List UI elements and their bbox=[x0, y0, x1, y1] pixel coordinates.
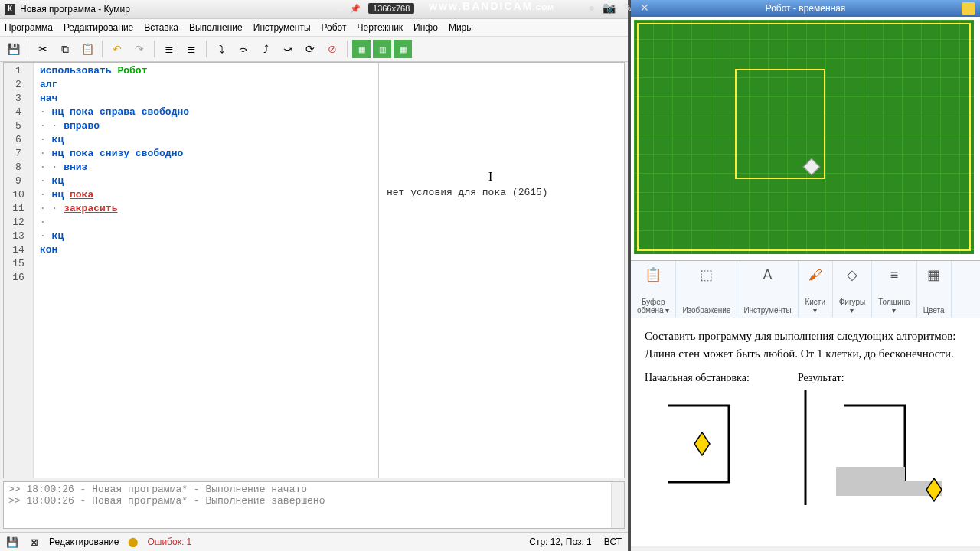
menu-Редактирование[interactable]: Редактирование bbox=[64, 22, 133, 33]
console-pane: >> 18:00:26 - Новая программа* - Выполне… bbox=[3, 481, 625, 529]
output-pane: нет условия для пока (2615) bbox=[379, 63, 624, 478]
rec-icon[interactable]: ● bbox=[589, 2, 595, 14]
code-editor[interactable]: использовать Роботалгнач· нц пока справа… bbox=[34, 63, 379, 478]
bandicam-overlay: ≡ 📌 1366x768 bbox=[337, 0, 414, 17]
window-title: Новая программа - Кумир bbox=[20, 4, 130, 15]
redo-icon[interactable]: ↷ bbox=[129, 39, 149, 59]
paste-icon[interactable]: 📋 bbox=[77, 39, 97, 59]
cut-icon[interactable]: ✂ bbox=[33, 39, 53, 59]
svg-marker-0 bbox=[694, 432, 710, 455]
paint-ribbon: 📋Буфер обмена ▾⬚ИзображениеAИнструменты🖌… bbox=[631, 261, 980, 318]
save-status-icon[interactable]: 💾 bbox=[6, 536, 18, 548]
task-text-2: Длина стен может быть любой. От 1 клетки… bbox=[645, 345, 966, 363]
robot-field[interactable] bbox=[634, 20, 974, 254]
step-up-icon[interactable]: ⤴ bbox=[256, 39, 276, 59]
svg-rect-2 bbox=[836, 467, 905, 496]
console-line: >> 18:00:26 - Новая программа* - Выполне… bbox=[8, 495, 619, 507]
menu-Выполнение[interactable]: Выполнение bbox=[189, 22, 243, 33]
app-logo-icon: К bbox=[5, 4, 15, 15]
ribbon-Буфер[interactable]: 📋Буфер обмена ▾ bbox=[631, 261, 676, 318]
horizontal-scrollbar[interactable] bbox=[631, 546, 980, 551]
ribbon-Изображение[interactable]: ⬚Изображение bbox=[676, 261, 737, 318]
ribbon-Цвета[interactable]: ▦Цвета bbox=[917, 261, 952, 318]
menu-Вставка[interactable]: Вставка bbox=[144, 22, 178, 33]
ribbon-Фигуры[interactable]: ◇Фигуры ▾ bbox=[833, 261, 872, 318]
outer-wall bbox=[637, 23, 971, 251]
run-icon[interactable]: ⟳ bbox=[300, 39, 320, 59]
ribbon-Кисти[interactable]: 🖌Кисти ▾ bbox=[799, 261, 833, 318]
console-line: >> 18:00:26 - Новая программа* - Выполне… bbox=[8, 484, 619, 495]
task-text-1: Составить программу для выполнения следу… bbox=[645, 328, 966, 345]
menu-Программа[interactable]: Программа bbox=[5, 22, 53, 33]
status-errors: Ошибок: 1 bbox=[147, 536, 191, 547]
close-status-icon[interactable]: ⊠ bbox=[28, 536, 40, 548]
kumir-window: К Новая программа - Кумир ПрограммаРедак… bbox=[0, 0, 629, 551]
menu-Чертежник[interactable]: Чертежник bbox=[358, 22, 403, 33]
text-cursor-icon: I bbox=[488, 170, 492, 184]
grid1-icon[interactable]: ▦ bbox=[352, 40, 371, 58]
camera-icon[interactable]: 📷 bbox=[603, 2, 616, 14]
robot-window: Робот - временная bbox=[631, 0, 980, 260]
indent-icon[interactable]: ≣ bbox=[181, 39, 201, 59]
step-out-icon[interactable]: ⤻ bbox=[278, 39, 298, 59]
error-message: нет условия для пока (2615) bbox=[387, 187, 616, 198]
grid3-icon[interactable]: ▦ bbox=[394, 40, 412, 58]
editor-area: 12345678910111213141516 использовать Роб… bbox=[3, 62, 625, 478]
status-insert: ВСТ bbox=[604, 536, 622, 547]
figure-initial: Начальная обстановка: bbox=[645, 370, 767, 500]
save-icon[interactable]: 💾 bbox=[3, 39, 23, 59]
bandicam-controls: ● 📷 ✎ ✕ bbox=[589, 2, 649, 14]
status-mode: Редактирование bbox=[49, 536, 119, 547]
menu-Миры[interactable]: Миры bbox=[449, 22, 473, 33]
menu-Робот[interactable]: Робот bbox=[322, 22, 347, 33]
scrollbar[interactable] bbox=[611, 482, 624, 528]
step-in-icon[interactable]: ⤵ bbox=[211, 39, 231, 59]
stop-icon[interactable]: ⊘ bbox=[322, 39, 342, 59]
robot-titlebar: Робот - временная bbox=[631, 0, 980, 17]
ribbon-Толщина[interactable]: ≡Толщина ▾ bbox=[872, 261, 916, 318]
menu-Инструменты[interactable]: Инструменты bbox=[253, 22, 311, 33]
undo-icon[interactable]: ↶ bbox=[107, 39, 127, 59]
ribbon-Инструменты[interactable]: AИнструменты bbox=[737, 261, 798, 318]
step-over-icon[interactable]: ⤼ bbox=[234, 39, 253, 59]
recording-resolution: 1366x768 bbox=[368, 3, 414, 14]
minimize-icon[interactable] bbox=[962, 2, 975, 15]
status-position: Стр: 12, Поз: 1 bbox=[529, 536, 592, 547]
edit-icon[interactable]: ✎ bbox=[623, 2, 632, 14]
outdent-icon[interactable]: ≣ bbox=[159, 39, 179, 59]
bandicam-logo: www.BANDICAM.COM bbox=[429, 0, 554, 12]
statusbar: 💾 ⊠ Редактирование ⬤ Ошибок: 1 Стр: 12, … bbox=[0, 532, 628, 551]
menu-Инфо[interactable]: Инфо bbox=[413, 22, 438, 33]
figure-result: Результат: bbox=[798, 370, 920, 500]
menubar: ПрограммаРедактированиеВставкаВыполнение… bbox=[0, 19, 628, 37]
toolbar: 💾 ✂ ⧉ 📋 ↶ ↷ ≣ ≣ ⤵ ⤼ ⤴ ⤻ ⟳ ⊘ ▦ ▥ ▦ bbox=[0, 37, 628, 62]
line-gutter: 12345678910111213141516 bbox=[4, 63, 34, 478]
close-icon[interactable]: ✕ bbox=[640, 2, 649, 14]
copy-icon[interactable]: ⧉ bbox=[55, 39, 75, 59]
task-document: 📋Буфер обмена ▾⬚ИзображениеAИнструменты🖌… bbox=[631, 260, 980, 551]
grid2-icon[interactable]: ▥ bbox=[373, 40, 391, 58]
